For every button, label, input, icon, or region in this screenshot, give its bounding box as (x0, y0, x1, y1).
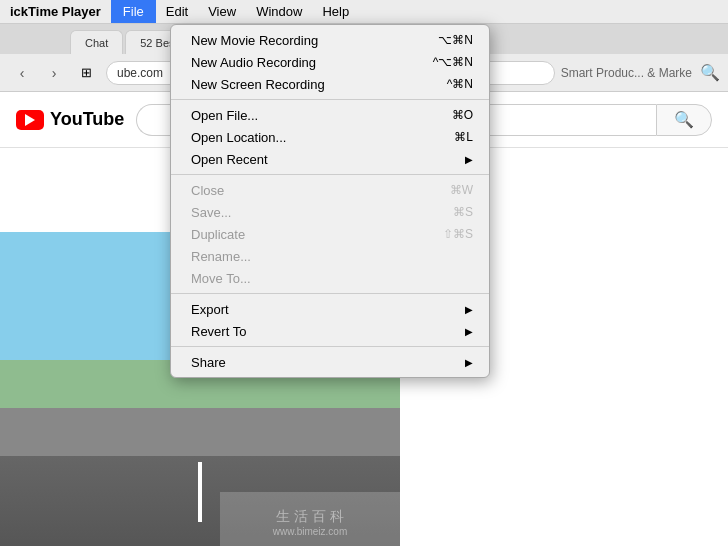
menubar-edit[interactable]: Edit (156, 0, 198, 23)
menu-item-duplicate: Duplicate ⇧⌘S (171, 223, 489, 245)
open-recent-arrow-icon: ▶ (465, 154, 473, 165)
menu-item-revert-to[interactable]: Revert To ▶ (171, 320, 489, 342)
menubar-view[interactable]: View (198, 0, 246, 23)
separator-1 (171, 99, 489, 100)
menubar-view-label: View (208, 4, 236, 19)
menu-item-new-movie[interactable]: New Movie Recording ⌥⌘N (171, 29, 489, 51)
menubar-window[interactable]: Window (246, 0, 312, 23)
menu-item-rename-label: Rename... (191, 249, 473, 264)
menu-item-close-label: Close (191, 183, 430, 198)
road-line (198, 462, 202, 522)
menu-item-open-file[interactable]: Open File... ⌘O (171, 104, 489, 126)
export-arrow-icon: ▶ (465, 304, 473, 315)
revert-to-arrow-icon: ▶ (465, 326, 473, 337)
back-button[interactable]: ‹ (8, 59, 36, 87)
menu-item-open-file-shortcut: ⌘O (452, 108, 473, 122)
menu-item-new-movie-shortcut: ⌥⌘N (438, 33, 473, 47)
separator-2 (171, 174, 489, 175)
menubar: ickTime Player File Edit View Window Hel… (0, 0, 728, 24)
menu-item-move-to: Move To... (171, 267, 489, 289)
watermark-line1: 生 活 百 科 (276, 508, 344, 526)
menu-item-rename: Rename... (171, 245, 489, 267)
file-menu-dropdown: New Movie Recording ⌥⌘N New Audio Record… (170, 24, 490, 378)
menu-item-new-screen[interactable]: New Screen Recording ^⌘N (171, 73, 489, 95)
menu-item-revert-to-label: Revert To (191, 324, 457, 339)
menu-item-open-file-label: Open File... (191, 108, 432, 123)
share-arrow-icon: ▶ (465, 357, 473, 368)
menu-item-open-location-label: Open Location... (191, 130, 434, 145)
menu-item-share-label: Share (191, 355, 457, 370)
menu-item-export-label: Export (191, 302, 457, 317)
menu-item-new-audio-label: New Audio Recording (191, 55, 413, 70)
app-name: ickTime Player (0, 4, 111, 19)
menu-item-new-screen-label: New Screen Recording (191, 77, 427, 92)
watermark-line2: www.bimeiz.com (273, 526, 347, 537)
menu-item-move-to-label: Move To... (191, 271, 473, 286)
menubar-file-label: File (123, 4, 144, 19)
menubar-file[interactable]: File (111, 0, 156, 23)
menubar-help-label: Help (322, 4, 349, 19)
tab-chat[interactable]: Chat (70, 30, 123, 54)
menu-item-save-shortcut: ⌘S (453, 205, 473, 219)
menubar-edit-label: Edit (166, 4, 188, 19)
search-icon[interactable]: 🔍 (700, 63, 720, 82)
menu-item-export[interactable]: Export ▶ (171, 298, 489, 320)
separator-4 (171, 346, 489, 347)
menu-item-save-label: Save... (191, 205, 433, 220)
yt-logo-icon (16, 110, 44, 130)
cn-watermark: 生 活 百 科 www.bimeiz.com (220, 492, 400, 546)
menu-item-open-location[interactable]: Open Location... ⌘L (171, 126, 489, 148)
grid-button[interactable]: ⊞ (72, 59, 100, 87)
yt-search-button[interactable]: 🔍 (656, 104, 712, 136)
menu-item-duplicate-label: Duplicate (191, 227, 423, 242)
menu-item-close-shortcut: ⌘W (450, 183, 473, 197)
menu-item-duplicate-shortcut: ⇧⌘S (443, 227, 473, 241)
menu-item-new-movie-label: New Movie Recording (191, 33, 418, 48)
menu-item-open-recent-label: Open Recent (191, 152, 457, 167)
tab-chat-label: Chat (85, 37, 108, 49)
menu-item-close: Close ⌘W (171, 179, 489, 201)
yt-logo-area: YouTube (16, 109, 124, 130)
search-area: Smart Produc... & Marke 🔍 (561, 63, 720, 82)
yt-logo-text: YouTube (50, 109, 124, 130)
menu-item-share[interactable]: Share ▶ (171, 351, 489, 373)
forward-button[interactable]: › (40, 59, 68, 87)
menu-item-new-audio[interactable]: New Audio Recording ^⌥⌘N (171, 51, 489, 73)
menu-item-save: Save... ⌘S (171, 201, 489, 223)
separator-3 (171, 293, 489, 294)
menu-item-open-recent[interactable]: Open Recent ▶ (171, 148, 489, 170)
menu-item-new-screen-shortcut: ^⌘N (447, 77, 473, 91)
menubar-window-label: Window (256, 4, 302, 19)
address-text: ube.com (117, 66, 163, 80)
search-placeholder-text: Smart Produc... & Marke (561, 66, 692, 80)
menu-item-new-audio-shortcut: ^⌥⌘N (433, 55, 473, 69)
menubar-help[interactable]: Help (312, 0, 359, 23)
menu-item-open-location-shortcut: ⌘L (454, 130, 473, 144)
browser-nav: ‹ › ⊞ (8, 59, 100, 87)
